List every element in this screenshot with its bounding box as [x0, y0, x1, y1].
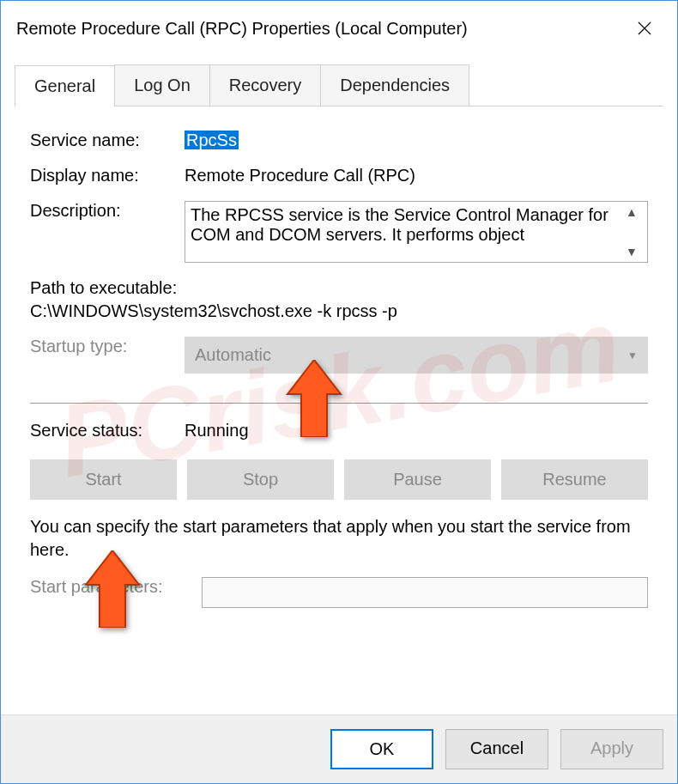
- chevron-down-icon: ▼: [627, 349, 638, 362]
- stop-button: Stop: [187, 459, 334, 500]
- description-text: The RPCSS service is the Service Control…: [191, 205, 621, 258]
- close-button[interactable]: [627, 11, 662, 46]
- label-service-status: Service status:: [30, 421, 185, 441]
- pause-button: Pause: [344, 459, 491, 500]
- window-title: Remote Procedure Call (RPC) Properties (…: [16, 19, 468, 39]
- divider: [30, 403, 648, 404]
- start-params-hint: You can specify the start parameters tha…: [15, 500, 663, 562]
- dialog-buttons: OK Cancel Apply: [1, 714, 677, 783]
- cancel-button[interactable]: Cancel: [445, 729, 548, 769]
- apply-button: Apply: [560, 729, 663, 769]
- label-start-params: Start parameters:: [30, 577, 202, 597]
- value-service-status: Running: [185, 421, 648, 441]
- start-button: Start: [30, 459, 177, 500]
- resume-button: Resume: [501, 459, 648, 500]
- label-service-name: Service name:: [30, 131, 185, 150]
- value-path: C:\WINDOWS\system32\svchost.exe -k rpcss…: [30, 301, 648, 321]
- ok-button[interactable]: OK: [330, 729, 433, 769]
- form-area: Service name: RpcSs Display name: Remote…: [15, 106, 663, 396]
- startup-type-value: Automatic: [195, 345, 271, 365]
- tab-recovery[interactable]: Recovery: [209, 64, 321, 106]
- startup-type-dropdown: Automatic ▼: [185, 337, 648, 374]
- label-startup-type: Startup type:: [30, 337, 185, 356]
- tab-general[interactable]: General: [15, 65, 115, 106]
- tab-dependencies[interactable]: Dependencies: [320, 64, 469, 106]
- service-name-text: RpcSs: [185, 131, 239, 149]
- properties-dialog: Remote Procedure Call (RPC) Properties (…: [0, 0, 678, 784]
- label-path: Path to executable:: [30, 278, 648, 298]
- tab-logon[interactable]: Log On: [114, 64, 210, 106]
- description-scrollbar: ▲ ▼: [621, 205, 642, 258]
- value-service-name: RpcSs: [185, 131, 648, 150]
- label-display-name: Display name:: [30, 166, 185, 185]
- tab-strip: General Log On Recovery Dependencies: [15, 64, 663, 106]
- titlebar: Remote Procedure Call (RPC) Properties (…: [1, 1, 677, 56]
- value-display-name: Remote Procedure Call (RPC): [185, 166, 648, 185]
- description-box: The RPCSS service is the Service Control…: [185, 201, 648, 263]
- start-params-input: [202, 577, 648, 608]
- scroll-down-icon[interactable]: ▼: [626, 245, 638, 258]
- scroll-up-icon[interactable]: ▲: [626, 205, 638, 219]
- label-description: Description:: [30, 201, 185, 221]
- close-icon: [638, 21, 651, 35]
- service-control-buttons: Start Stop Pause Resume: [15, 459, 663, 500]
